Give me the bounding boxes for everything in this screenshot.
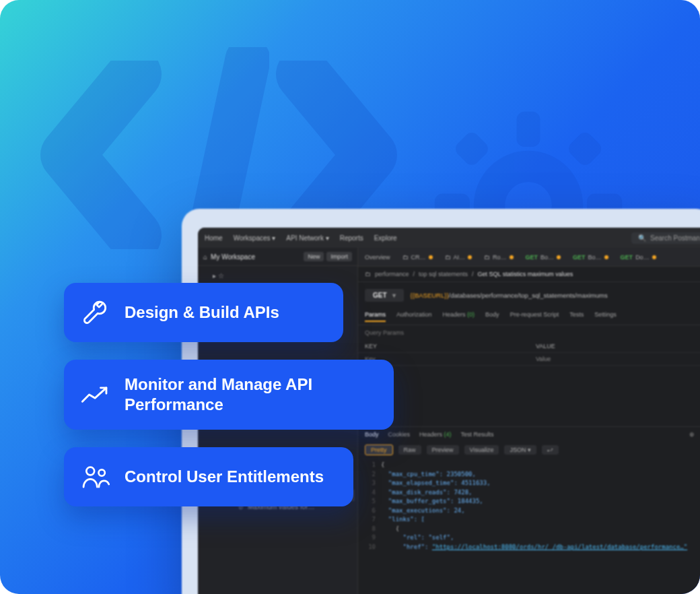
callout-design-build: Design & Build APIs: [64, 283, 343, 342]
person-icon: ⌂: [203, 253, 207, 261]
callout-label: Design & Build APIs: [125, 302, 279, 323]
top-nav: Home Workspaces ▾ API Network ▾ Reports …: [198, 228, 700, 248]
tab-item[interactable]: GET Bo…: [523, 254, 564, 261]
resp-tab-headers[interactable]: Headers (4): [419, 431, 452, 438]
svg-point-10: [86, 467, 94, 475]
tab-prerequest[interactable]: Pre-request Script: [510, 311, 559, 322]
breadcrumb: 🗀 performance/ top sql statements/ Get S…: [358, 267, 700, 282]
wrench-icon: [80, 298, 110, 327]
svg-rect-6: [565, 129, 604, 168]
request-tabs: Params Authorization Headers (0) Body Pr…: [358, 308, 700, 325]
response-tabs: Body Cookies Headers (4) Test Results ⊕ …: [358, 426, 700, 442]
nav-workspaces[interactable]: Workspaces ▾: [234, 234, 276, 242]
tab-item[interactable]: 🗀 Ro…: [481, 254, 516, 261]
url-input[interactable]: {{BASEURL}}/databases/performance/top_sq…: [411, 292, 608, 299]
svg-rect-5: [452, 129, 491, 168]
kv-value-header: VALUE: [536, 343, 700, 350]
tab-settings[interactable]: Settings: [594, 311, 617, 322]
tab-headers[interactable]: Headers (0): [443, 311, 475, 322]
view-preview[interactable]: Preview: [427, 445, 459, 455]
editor-tabs: Overview 🗀 CR… 🗀 AI… 🗀 Ro… GET Bo… GET B…: [358, 248, 700, 267]
search-input[interactable]: 🔍 Search Postman: [631, 232, 700, 244]
callout-monitor: Monitor and Manage API Performance: [64, 360, 394, 430]
view-raw[interactable]: Raw: [398, 445, 421, 455]
tab-item[interactable]: GET Do…: [618, 254, 659, 261]
tab-body[interactable]: Body: [485, 311, 499, 322]
tab-item[interactable]: 🗀 CR…: [400, 254, 435, 261]
resp-tab-tests[interactable]: Test Results: [461, 431, 494, 438]
new-button[interactable]: New: [304, 252, 324, 261]
format-selector[interactable]: JSON ▾: [504, 445, 536, 455]
nav-reports[interactable]: Reports: [340, 234, 363, 242]
svg-point-11: [99, 469, 105, 475]
import-button[interactable]: Import: [326, 252, 352, 261]
tab-auth[interactable]: Authorization: [396, 311, 432, 322]
callout-label: Monitor and Manage API Performance: [125, 374, 374, 415]
wrap-icon[interactable]: ⮐: [542, 445, 559, 455]
request-bar: GET▾ {{BASEURL}}/databases/performance/t…: [358, 282, 700, 308]
nav-api-network[interactable]: API Network ▾: [286, 234, 328, 242]
feature-callouts: Design & Build APIs Monitor and Manage A…: [64, 283, 394, 506]
trend-up-icon: [80, 380, 110, 409]
svg-rect-1: [517, 112, 540, 147]
query-params-label: Query Params: [358, 325, 700, 340]
tab-overview[interactable]: Overview: [362, 254, 393, 261]
main-panel: Overview 🗀 CR… 🗀 AI… 🗀 Ro… GET Bo… GET B…: [358, 248, 700, 594]
tab-tests[interactable]: Tests: [569, 311, 584, 322]
status-icon: ⊕: [689, 431, 695, 438]
hero-canvas: Home Workspaces ▾ API Network ▾ Reports …: [0, 0, 700, 594]
tab-item[interactable]: 🗀 AI…: [442, 254, 475, 261]
response-controls: Pretty Raw Preview Visualize JSON ▾ ⮐: [358, 442, 700, 458]
kv-value-input[interactable]: Value: [536, 356, 700, 362]
callout-entitlements: Control User Entitlements: [64, 447, 353, 506]
nav-home[interactable]: Home: [205, 234, 223, 242]
angle-left-icon: [40, 61, 175, 249]
callout-label: Control User Entitlements: [125, 467, 324, 487]
nav-explore[interactable]: Explore: [374, 234, 397, 242]
search-icon: 🔍: [638, 234, 646, 242]
search-placeholder: Search Postman: [650, 234, 700, 242]
users-icon: [80, 462, 110, 492]
view-visualize[interactable]: Visualize: [464, 445, 499, 455]
tab-item[interactable]: GET Bo…: [570, 254, 611, 261]
workspace-selector[interactable]: ⌂ My Workspace: [203, 253, 255, 261]
response-body: 1{ 2 "max_cpu_time": 2350500, 3 "max_ela…: [358, 458, 700, 554]
tree-node[interactable]: ▸ ☆: [201, 270, 355, 282]
